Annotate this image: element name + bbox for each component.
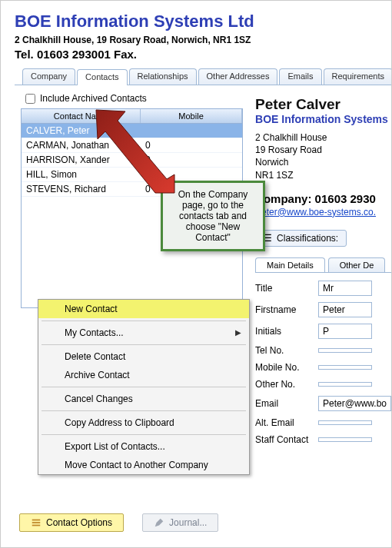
- menu-separator: [42, 387, 246, 387]
- menu-separator: [42, 410, 246, 411]
- company-tel: Tel. 01603 293001 Fax.: [15, 48, 391, 61]
- company-name: BOE Information Systems Ltd: [15, 12, 391, 32]
- journal-button[interactable]: Journal...: [142, 513, 218, 532]
- table-row[interactable]: CALVER, Peter: [22, 124, 242, 138]
- pencil-icon: [154, 517, 164, 528]
- tab-relationships[interactable]: Relationships: [129, 68, 197, 85]
- input-title[interactable]: Mr: [318, 281, 372, 296]
- include-archived-label: Include Archived Contacts: [40, 93, 147, 104]
- main-tabs: Company Contacts Relationships Other Add…: [15, 68, 391, 85]
- label-staff: Staff Contact: [255, 434, 318, 445]
- menu-separator: [42, 434, 246, 435]
- contact-name: STEVENS, Richard: [22, 182, 141, 196]
- contact-mobile: [141, 124, 242, 138]
- classifications-button[interactable]: ☰ Classifications:: [255, 230, 347, 247]
- detail-subtabs: Main Details Other De: [255, 257, 391, 273]
- button-label: Contact Options: [46, 517, 112, 528]
- menu-label: My Contacts...: [65, 327, 124, 338]
- options-icon: [31, 517, 42, 528]
- subtab-main-details[interactable]: Main Details: [255, 257, 325, 272]
- label-altemail: Alt. Email: [255, 417, 318, 428]
- menu-separator: [42, 344, 246, 345]
- col-header-name[interactable]: Contact Name: [22, 109, 141, 123]
- detail-address: 2 Chalkhill House 19 Rosary Road Norwich…: [255, 131, 391, 181]
- svg-rect-0: [32, 520, 41, 521]
- context-menu: New Contact My Contacts... ▶ Delete Cont…: [38, 299, 250, 475]
- menu-export-list[interactable]: Export List of Contacts...: [38, 437, 249, 456]
- label-mobileno: Mobile No.: [255, 362, 318, 373]
- company-address: 2 Chalkhill House, 19 Rosary Road, Norwi…: [15, 35, 391, 45]
- input-telno[interactable]: [318, 348, 372, 353]
- contact-options-button[interactable]: Contact Options: [19, 513, 124, 532]
- input-email[interactable]: Peter@www.bo: [318, 396, 391, 411]
- label-title: Title: [255, 283, 318, 294]
- contact-mobile: 0: [141, 168, 242, 181]
- tab-emails[interactable]: Emails: [279, 68, 321, 85]
- input-altemail[interactable]: [318, 420, 372, 425]
- svg-rect-1: [32, 522, 41, 523]
- contact-name: HARRISON, Xander: [22, 153, 141, 167]
- detail-tel: Company: 01603 2930: [255, 192, 391, 205]
- submenu-arrow-icon: ▶: [235, 328, 241, 337]
- detail-email[interactable]: Peter@www.boe-systems.co.: [255, 207, 391, 218]
- svg-rect-2: [32, 525, 41, 526]
- input-initials[interactable]: P: [318, 324, 372, 339]
- label-initials: Initials: [255, 326, 318, 337]
- contact-name: HILL, Simon: [22, 168, 141, 181]
- contact-name: CALVER, Peter: [22, 124, 141, 138]
- contact-name: CARMAN, Jonathan: [22, 138, 141, 152]
- label-firstname: Firstname: [255, 304, 318, 315]
- menu-delete-contact[interactable]: Delete Contact: [38, 347, 249, 366]
- label-otherno: Other No.: [255, 379, 318, 390]
- label-telno: Tel No.: [255, 345, 318, 356]
- tab-other-addresses[interactable]: Other Addresses: [198, 68, 278, 85]
- label-email: Email: [255, 398, 318, 409]
- annotation-callout: On the Company page, go to the contacts …: [161, 181, 265, 251]
- table-row[interactable]: HARRISON, Xander 0: [22, 153, 242, 168]
- col-header-mobile[interactable]: Mobile: [141, 109, 242, 123]
- menu-move-contact[interactable]: Move Contact to Another Company: [38, 456, 249, 474]
- table-row[interactable]: CARMAN, Jonathan 0: [22, 138, 242, 153]
- menu-copy-address[interactable]: Copy Address to Clipboard: [38, 413, 249, 432]
- subtab-other-details[interactable]: Other De: [328, 257, 386, 272]
- include-archived-input[interactable]: [25, 94, 35, 104]
- button-label: Journal...: [169, 517, 207, 528]
- tab-company[interactable]: Company: [22, 68, 75, 85]
- input-otherno[interactable]: [318, 382, 372, 387]
- tab-contacts[interactable]: Contacts: [77, 69, 127, 85]
- detail-company-name: BOE Information Systems: [255, 113, 391, 125]
- classifications-label: Classifications:: [277, 233, 338, 244]
- input-firstname[interactable]: Peter: [318, 302, 372, 317]
- tab-requirements[interactable]: Requirements: [324, 68, 393, 85]
- contact-mobile: 0: [141, 153, 242, 167]
- menu-cancel-changes[interactable]: Cancel Changes: [38, 390, 249, 408]
- menu-archive-contact[interactable]: Archive Contact: [38, 366, 249, 384]
- contact-mobile: 0: [141, 138, 242, 152]
- menu-my-contacts[interactable]: My Contacts... ▶: [38, 324, 249, 342]
- input-staff[interactable]: [318, 437, 372, 442]
- input-mobileno[interactable]: [318, 365, 372, 370]
- include-archived-checkbox[interactable]: Include Archived Contacts: [21, 91, 243, 108]
- detail-contact-name: Peter Calver: [255, 96, 391, 113]
- menu-new-contact[interactable]: New Contact: [38, 300, 249, 318]
- menu-separator: [42, 320, 246, 321]
